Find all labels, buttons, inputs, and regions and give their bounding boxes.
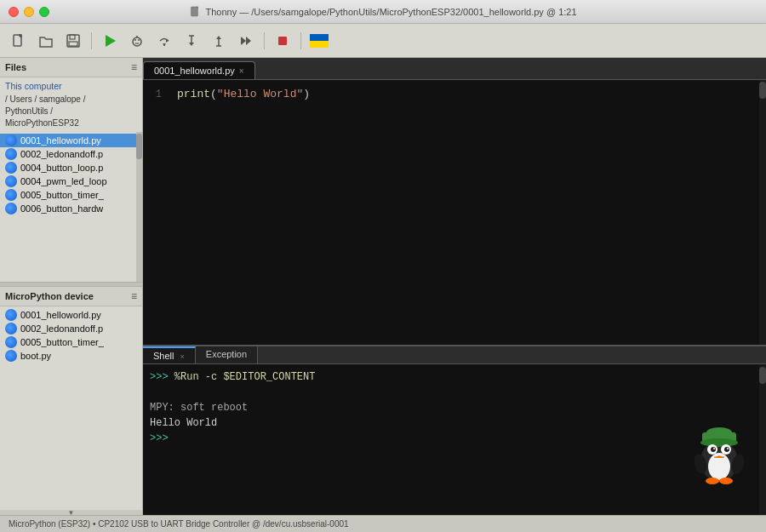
local-file-item-2[interactable]: 0004_button_loop.p [0,161,142,174]
svg-marker-16 [189,43,194,46]
local-file-item-1[interactable]: 0002_ledonandoff.p [0,147,142,161]
device-file-item-0[interactable]: 0001_helloworld.py [0,308,142,322]
editor-scrollbar[interactable] [759,80,766,345]
new-button[interactable] [7,29,31,53]
sidebar-device-section: MicroPython device ≡ 0001_helloworld.py … [0,287,142,511]
svg-marker-19 [216,36,221,39]
maximize-button[interactable] [39,7,49,17]
shell-line-blank [150,385,759,400]
svg-point-8 [133,37,141,46]
svg-rect-25 [310,41,329,48]
shell-line-output: Hello World [150,415,759,431]
file-py-icon [5,336,17,348]
step-into-button[interactable] [180,29,203,53]
separator-3 [300,32,301,49]
svg-marker-7 [106,35,116,47]
debug-button[interactable] [125,29,149,53]
run-button[interactable] [98,29,122,53]
main-content: Files ≡ This computer / Users / samgalop… [0,58,766,515]
shell-line-0: >>> %Run -c $EDITOR_CONTENT [150,369,759,385]
file-py-icon [5,309,17,321]
ukraine-flag-button[interactable] [307,29,331,53]
file-py-icon [5,175,17,187]
titlebar: Thonny — /Users/samgalope/PythonUtils/Mi… [0,0,766,24]
traffic-lights [9,7,49,17]
step-out-icon [211,33,226,49]
file-py-icon [5,203,17,215]
shell-tab-exception[interactable]: Exception [196,346,258,363]
sidebar-files-section: Files ≡ This computer / Users / samgalop… [0,58,142,282]
svg-marker-21 [241,37,246,45]
line-number-1: 1 [143,87,170,102]
code-line-1: 1 print("Hello World") [143,87,766,102]
shell-tabs: Shell × Exception [143,346,766,364]
shell-scrollbar[interactable] [759,365,766,515]
shell-tab-shell[interactable]: Shell × [143,346,196,363]
device-file-item-3[interactable]: boot.py [0,349,142,363]
tab-close-button[interactable]: × [239,66,244,76]
stop-icon [275,33,290,49]
sidebar: Files ≡ This computer / Users / samgalop… [0,58,143,515]
svg-point-10 [138,39,140,41]
local-file-list[interactable]: 0001_helloworld.py 0002_ledonandoff.p 00… [0,132,142,282]
svg-point-9 [134,39,136,41]
save-icon [66,33,81,49]
code-editor[interactable]: 1 print("Hello World") [143,80,766,345]
breadcrumb-path: / Users / samgalope /PythonUtils /MicroP… [5,94,137,129]
shell-line-mpy: MPY: soft reboot [150,400,759,415]
svg-marker-14 [163,43,166,46]
statusbar: MicroPython (ESP32) • CP2102 USB to UART… [0,515,766,532]
local-file-item-4[interactable]: 0005_button_timer_ [0,188,142,202]
step-out-button[interactable] [207,29,231,53]
sidebar-device-header: MicroPython device ≡ [0,287,142,306]
save-button[interactable] [61,29,85,53]
file-py-icon [5,350,17,362]
svg-marker-22 [246,37,251,45]
ukraine-flag-icon [310,34,329,48]
sidebar-files-menu[interactable]: ≡ [131,61,137,73]
toolbar [0,24,766,58]
titlebar-title: Thonny — /Users/samgalope/PythonUtils/Mi… [189,6,576,18]
editor-tab-0[interactable]: 0001_helloworld.py × [143,61,255,79]
tab-bar: 0001_helloworld.py × [143,58,766,80]
separator-2 [264,32,265,49]
shell-content[interactable]: >>> %Run -c $EDITOR_CONTENT MPY: soft re… [143,364,766,515]
local-file-item-0[interactable]: 0001_helloworld.py [0,134,142,147]
resume-button[interactable] [234,29,258,53]
device-file-item-2[interactable]: 0005_button_timer_ [0,335,142,349]
step-over-icon [157,33,172,49]
resume-icon [238,33,254,49]
editor-area: 0001_helloworld.py × 1 print("Hello Worl… [143,58,766,515]
file-icon [189,6,201,18]
debug-icon [129,33,145,49]
line-content-1: print("Hello World") [170,87,766,102]
file-py-icon [5,148,17,160]
close-button[interactable] [9,7,19,17]
breadcrumb-this-computer[interactable]: This computer [5,80,137,93]
sidebar-files-header: Files ≡ [0,58,142,77]
file-py-icon [5,134,17,146]
step-into-icon [184,33,199,49]
device-file-item-1[interactable]: 0002_ledonandoff.p [0,322,142,335]
shell-line-prompt: >>> [150,431,759,446]
open-button[interactable] [34,29,58,53]
file-py-icon [5,323,17,335]
step-over-button[interactable] [152,29,176,53]
local-file-item-5[interactable]: 0006_button_hardw [0,202,142,215]
run-icon [101,32,118,49]
shell-area: Shell × Exception >>> %Run -c $EDITOR_CO… [143,345,766,515]
shell-tab-close[interactable]: × [180,352,185,361]
sidebar-device-menu[interactable]: ≡ [131,290,137,302]
device-file-list[interactable]: 0001_helloworld.py 0002_ledonandoff.p 00… [0,306,142,511]
sidebar-breadcrumb[interactable]: This computer / Users / samgalope /Pytho… [0,77,142,132]
svg-rect-6 [69,42,77,46]
file-py-icon [5,189,17,201]
sidebar-scrollbar[interactable] [136,132,142,282]
svg-rect-24 [310,34,329,41]
local-file-item-3[interactable]: 0004_pwm_led_loop [0,174,142,188]
stop-button[interactable] [271,29,294,53]
file-py-icon [5,162,17,174]
separator-1 [91,32,92,49]
svg-rect-23 [278,37,287,45]
minimize-button[interactable] [24,7,34,17]
